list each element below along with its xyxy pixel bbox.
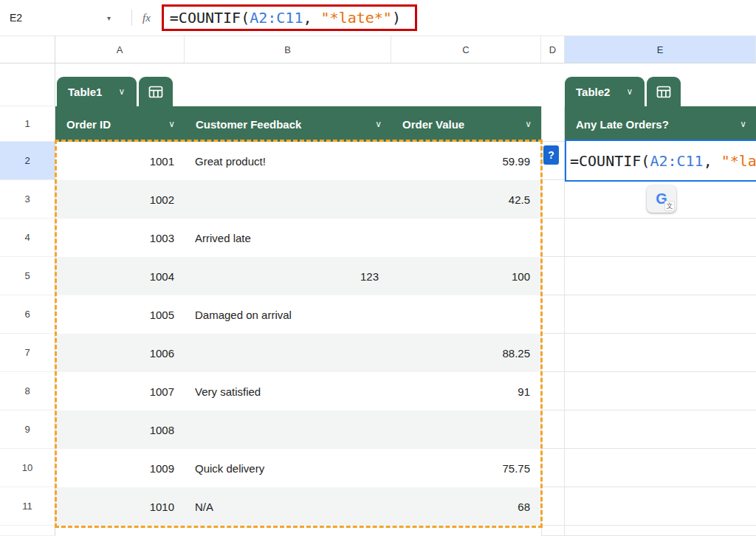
cell-e[interactable]	[565, 334, 756, 372]
formula-help-toggle[interactable]: ?	[543, 145, 559, 165]
cell-order-value[interactable]	[391, 295, 541, 334]
cell-d[interactable]	[541, 295, 565, 334]
row-header[interactable]: 1	[0, 106, 55, 142]
cell-order-id[interactable]: 1004	[55, 257, 185, 295]
table1-chip: Table1 ∨	[57, 77, 173, 106]
header-customer-feedback[interactable]: Customer Feedback ∨	[185, 106, 391, 142]
column-header-c[interactable]: C	[391, 36, 541, 63]
row-header[interactable]: 8	[0, 372, 55, 410]
cell-d[interactable]	[541, 257, 565, 295]
cell-feedback[interactable]	[185, 410, 391, 449]
table2-grid-button[interactable]	[647, 77, 681, 106]
cell-d[interactable]	[541, 526, 565, 536]
cell-order-id[interactable]: 1006	[55, 334, 185, 372]
cell-feedback[interactable]	[185, 334, 391, 372]
header-order-value[interactable]: Order Value ∨	[391, 106, 541, 142]
header-label: Order Value	[402, 118, 464, 131]
formula-input[interactable]: =COUNTIF(A2:C11, "*late*")	[162, 4, 417, 31]
cell-e[interactable]	[565, 487, 756, 526]
chevron-down-icon[interactable]: ∨	[375, 119, 382, 129]
cell-e[interactable]	[565, 410, 756, 449]
cell-e[interactable]	[565, 219, 756, 257]
cell-d[interactable]	[541, 449, 565, 487]
cell-order-value[interactable]: 68	[391, 487, 541, 526]
name-box[interactable]: E2 ▾	[0, 12, 111, 24]
row-header[interactable]: 6	[0, 295, 55, 334]
cell-feedback[interactable]: Quick delivery	[185, 449, 391, 487]
cell-feedback[interactable]	[185, 180, 391, 219]
row-header[interactable]	[0, 526, 55, 536]
table-grid-icon	[148, 86, 163, 98]
table2-menu-button[interactable]: Table2 ∨	[565, 77, 645, 106]
table1-menu-button[interactable]: Table1 ∨	[57, 77, 137, 106]
cell-e[interactable]	[565, 257, 756, 295]
cell-order-value[interactable]	[391, 410, 541, 449]
cell-d[interactable]	[541, 180, 565, 219]
cell-d[interactable]	[541, 487, 565, 526]
header-order-id[interactable]: Order ID ∨	[55, 106, 185, 142]
sheet-row: 8 1007 Very satisfied 91	[0, 372, 756, 410]
row-header[interactable]: 5	[0, 257, 55, 295]
cell[interactable]	[391, 526, 541, 536]
cell-order-id[interactable]: 1005	[55, 295, 185, 334]
cell[interactable]	[55, 526, 185, 536]
input-tools-button[interactable]: G 文	[647, 185, 676, 213]
column-header-e[interactable]: E	[565, 36, 756, 63]
cell-order-id[interactable]: 1010	[55, 487, 185, 526]
chevron-down-icon[interactable]: ∨	[740, 119, 746, 129]
cell-e[interactable]	[565, 526, 756, 536]
cell-feedback[interactable]: 123	[185, 257, 391, 295]
cell-order-id[interactable]: 1002	[55, 180, 185, 219]
table2-name: Table2	[576, 86, 610, 98]
row-header[interactable]	[0, 63, 55, 106]
cell-order-value[interactable]: 42.5	[391, 180, 541, 219]
sheet-row: 9 1008	[0, 410, 756, 449]
row-header[interactable]: 2	[0, 142, 55, 180]
cell-editor-e2[interactable]: =COUNTIF(A2:C11, "*late*")	[565, 140, 756, 182]
column-header-b[interactable]: B	[185, 36, 391, 63]
chevron-down-icon[interactable]: ∨	[168, 119, 175, 129]
column-headers: A B C D E	[55, 35, 756, 63]
select-all-corner[interactable]	[0, 35, 55, 63]
cell-d[interactable]	[541, 219, 565, 257]
cell-order-id[interactable]: 1008	[55, 410, 185, 449]
cell-feedback[interactable]: Damaged on arrival	[185, 295, 391, 334]
row-header[interactable]: 3	[0, 180, 55, 219]
cell-d1[interactable]	[541, 106, 565, 142]
cell-feedback[interactable]: Arrived late	[185, 219, 391, 257]
cell-feedback[interactable]: Very satisfied	[185, 372, 391, 410]
row-header[interactable]: 4	[0, 219, 55, 257]
row-header[interactable]: 11	[0, 487, 55, 526]
cell-feedback[interactable]: N/A	[185, 487, 391, 526]
row-header[interactable]: 10	[0, 449, 55, 487]
column-header-a[interactable]: A	[55, 36, 185, 63]
table1-grid-button[interactable]	[139, 77, 173, 106]
cell-d[interactable]	[541, 372, 565, 410]
cell-d[interactable]	[541, 410, 565, 449]
cell[interactable]	[185, 526, 391, 536]
column-header-d[interactable]: D	[541, 36, 565, 63]
cell-order-id[interactable]: 1003	[55, 219, 185, 257]
cell-feedback[interactable]: Great product!	[185, 142, 391, 180]
table-header-row: 1 Order ID ∨ Customer Feedback ∨ Order V…	[0, 106, 756, 142]
cell-d[interactable]	[541, 334, 565, 372]
formula-bar: E2 ▾ fx =COUNTIF(A2:C11, "*late*")	[0, 0, 756, 35]
cell-order-id[interactable]: 1001	[55, 142, 185, 180]
cell-order-value[interactable]: 91	[391, 372, 541, 410]
row-header[interactable]: 7	[0, 334, 55, 372]
cell-order-value[interactable]: 88.25	[391, 334, 541, 372]
row-header[interactable]: 9	[0, 410, 55, 449]
chevron-down-icon[interactable]: ∨	[525, 119, 532, 129]
cell-order-id[interactable]: 1009	[55, 449, 185, 487]
cell-order-id[interactable]: 1007	[55, 372, 185, 410]
name-box-caret-icon[interactable]: ▾	[107, 14, 111, 22]
cell-e[interactable]	[565, 295, 756, 334]
cell-order-value[interactable]: 100	[391, 257, 541, 295]
cell-order-value[interactable]	[391, 219, 541, 257]
cell-e[interactable]	[565, 372, 756, 410]
header-any-late-orders[interactable]: Any Late Orders? ∨	[565, 106, 756, 142]
cell-order-value[interactable]: 75.75	[391, 449, 541, 487]
cell-order-value[interactable]: 59.99	[391, 142, 541, 180]
sheet-row: 3 1002 42.5	[0, 180, 756, 219]
cell-e[interactable]	[565, 449, 756, 487]
